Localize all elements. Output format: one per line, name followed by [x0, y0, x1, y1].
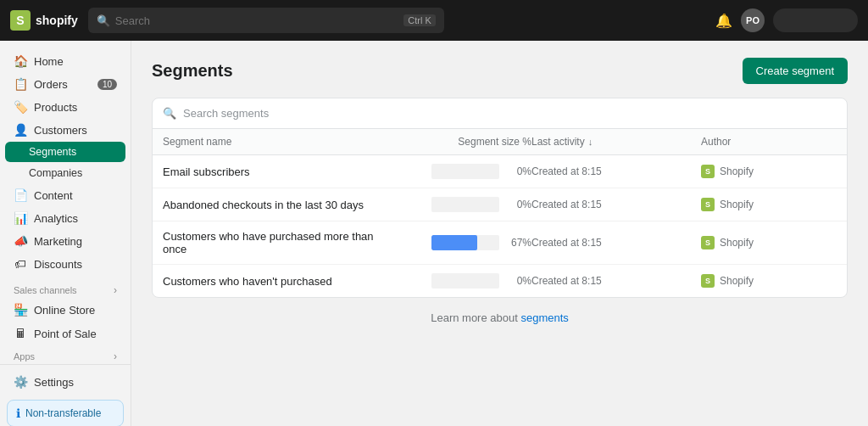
sidebar-item-online-store-label: Online Store: [34, 304, 95, 317]
segment-size-2: 67%: [396, 235, 531, 250]
last-activity-1: Created at 8:15: [531, 199, 701, 210]
segment-size-0: 0%: [396, 164, 531, 179]
point-of-sale-icon: 🖩: [14, 327, 27, 340]
sidebar-main-nav: 🏠 Home 📋 Orders 10 🏷️ Products 👤 Custome…: [0, 46, 131, 279]
settings-icon: ⚙️: [14, 375, 27, 389]
sidebar-item-customers-label: Customers: [34, 124, 87, 137]
search-segments-input[interactable]: [183, 107, 837, 120]
apps-expand-icon[interactable]: ›: [114, 350, 117, 362]
sidebar-item-marketing-label: Marketing: [34, 235, 82, 248]
sidebar-item-orders[interactable]: 📋 Orders 10: [5, 73, 125, 95]
page-header: Segments Create segment: [152, 58, 848, 84]
segment-bar-container-2: [431, 235, 499, 250]
search-segments-icon: 🔍: [163, 107, 176, 120]
account-bar[interactable]: [773, 8, 858, 32]
last-activity-0: Created at 8:15: [531, 165, 701, 177]
segment-name-2: Customers who have purchased more than o…: [163, 230, 396, 255]
author-name-1: Shopify: [720, 199, 754, 210]
sidebar-item-content[interactable]: 📄 Content: [5, 184, 125, 206]
shopify-bag-icon: S: [10, 10, 31, 31]
orders-badge: 10: [97, 79, 117, 90]
apps-label: Apps: [14, 351, 35, 362]
sidebar-item-home-label: Home: [34, 55, 64, 68]
bell-icon[interactable]: 🔔: [715, 13, 732, 29]
non-transferable-info-icon: ℹ: [16, 406, 20, 420]
topbar: S shopify 🔍 Ctrl K 🔔 PO: [0, 0, 868, 41]
learn-more-link[interactable]: segments: [520, 311, 568, 324]
segment-pct-0: 0%: [506, 165, 531, 177]
shopify-author-icon-0: S: [701, 165, 715, 178]
sort-icon: ↓: [588, 137, 593, 147]
learn-more-section: Learn more about segments: [152, 298, 848, 338]
table-row[interactable]: Customers who have purchased more than o…: [153, 221, 847, 265]
table-row[interactable]: Email subscribers 0% Created at 8:15 S S…: [153, 155, 847, 188]
sidebar-item-marketing[interactable]: 📣 Marketing: [5, 230, 125, 252]
segment-bar-container-0: [431, 164, 499, 179]
analytics-icon: 📊: [14, 211, 27, 225]
sidebar-item-online-store[interactable]: 🏪 Online Store: [5, 299, 125, 321]
segment-pct-1: 0%: [506, 199, 531, 210]
search-bar[interactable]: 🔍 Ctrl K: [88, 8, 444, 33]
sales-channels-expand-icon[interactable]: ›: [114, 284, 117, 296]
avatar[interactable]: PO: [741, 8, 765, 32]
sidebar-item-analytics[interactable]: 📊 Analytics: [5, 207, 125, 229]
logo[interactable]: S shopify: [10, 10, 78, 31]
search-segments-bar[interactable]: 🔍: [153, 98, 847, 129]
topbar-right: 🔔 PO: [715, 8, 858, 32]
shopify-author-icon-2: S: [701, 236, 715, 249]
sidebar-item-companies-label: Companies: [29, 167, 82, 179]
segment-name-0: Email subscribers: [163, 165, 396, 178]
sidebar-item-companies[interactable]: Companies: [5, 163, 125, 183]
page-title: Segments: [152, 61, 233, 81]
segment-pct-2: 67%: [506, 237, 531, 249]
author-cell-0: S Shopify: [701, 165, 837, 178]
sales-channels-label: Sales channels: [14, 285, 77, 295]
segment-bar-container-1: [431, 197, 499, 212]
segments-card: 🔍 Segment name Segment size % Last activ…: [152, 98, 848, 298]
content-icon: 📄: [14, 188, 27, 202]
table-body: Email subscribers 0% Created at 8:15 S S…: [153, 155, 847, 297]
sidebar-item-products-label: Products: [34, 101, 77, 114]
sidebar-item-products[interactable]: 🏷️ Products: [5, 96, 125, 118]
create-segment-button[interactable]: Create segment: [743, 58, 849, 84]
segment-bar-2: [431, 235, 477, 250]
search-icon: 🔍: [97, 14, 110, 27]
author-cell-3: S Shopify: [701, 274, 837, 288]
learn-more-text: Learn more about: [431, 311, 520, 324]
non-transferable-badge: ℹ Non-transferable: [7, 400, 124, 426]
sidebar-bottom: ⚙️ Settings ℹ Non-transferable: [0, 364, 131, 426]
last-activity-2: Created at 8:15: [531, 237, 701, 249]
products-icon: 🏷️: [14, 100, 27, 114]
sidebar-item-orders-label: Orders: [34, 78, 68, 91]
segment-name-1: Abandoned checkouts in the last 30 days: [163, 199, 396, 211]
table-row[interactable]: Customers who haven't purchased 0% Creat…: [153, 265, 847, 297]
sidebar-item-customers[interactable]: 👤 Customers: [5, 119, 125, 141]
header-last-activity[interactable]: Last activity ↓: [531, 136, 701, 148]
sidebar-item-discounts[interactable]: 🏷 Discounts: [5, 253, 125, 275]
sidebar-item-home[interactable]: 🏠 Home: [5, 50, 125, 72]
header-segment-size: Segment size %: [396, 136, 531, 148]
sidebar-item-point-of-sale[interactable]: 🖩 Point of Sale: [5, 322, 125, 345]
discounts-icon: 🏷: [14, 257, 27, 271]
sidebar-item-settings[interactable]: ⚙️ Settings: [5, 371, 125, 393]
sidebar-item-discounts-label: Discounts: [34, 258, 82, 271]
orders-icon: 📋: [14, 77, 27, 91]
sidebar-item-point-of-sale-label: Point of Sale: [34, 328, 97, 340]
segment-bar-container-3: [431, 273, 499, 289]
author-name-2: Shopify: [720, 237, 754, 249]
search-input[interactable]: [115, 14, 399, 27]
table-row[interactable]: Abandoned checkouts in the last 30 days …: [153, 188, 847, 221]
segment-size-3: 0%: [396, 273, 531, 289]
table-header: Segment name Segment size % Last activit…: [153, 129, 847, 155]
customers-icon: 👤: [14, 123, 27, 137]
last-activity-3: Created at 8:15: [531, 275, 701, 287]
segment-size-1: 0%: [396, 197, 531, 212]
apps-section: Apps ›: [0, 345, 131, 364]
sidebar-item-content-label: Content: [34, 189, 73, 202]
author-name-3: Shopify: [720, 275, 754, 287]
home-icon: 🏠: [14, 54, 27, 68]
header-author: Author: [701, 136, 837, 148]
sidebar-item-segments[interactable]: Segments: [5, 142, 125, 162]
author-cell-1: S Shopify: [701, 198, 837, 211]
shopify-author-icon-1: S: [701, 198, 715, 211]
